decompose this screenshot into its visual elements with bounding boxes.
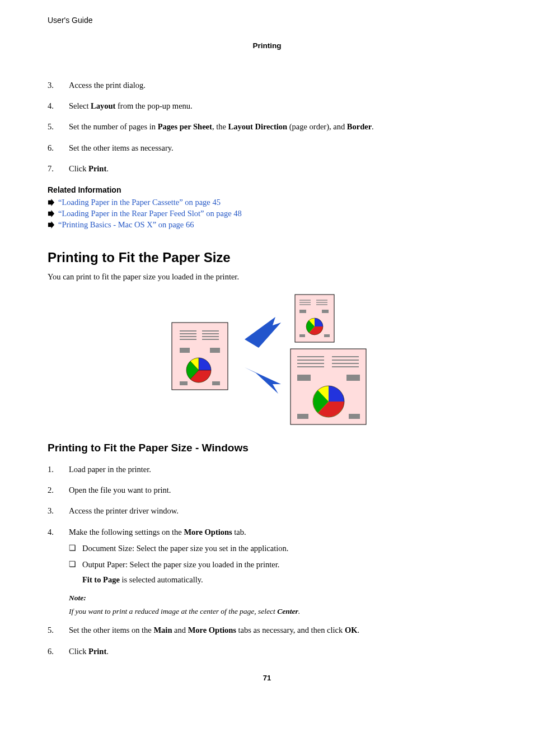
related-link-item: “Printing Basics - Mac OS X” on page 66 xyxy=(48,220,486,230)
step-text: Access the print dialog. xyxy=(69,79,486,92)
bold-italic: Center xyxy=(277,607,298,615)
related-link[interactable]: “Printing Basics - Mac OS X” on page 66 xyxy=(58,220,194,230)
bold: More Options xyxy=(184,528,232,536)
sub-indent-text: Fit to Page is selected automatically. xyxy=(82,573,486,586)
bold: OK xyxy=(345,626,358,634)
text: Click xyxy=(69,164,88,173)
svg-rect-13 xyxy=(210,348,220,353)
step-text: Set the other items as necessary. xyxy=(69,142,486,155)
bold: Print xyxy=(88,647,106,656)
bullet-icon: ❏ xyxy=(69,558,82,571)
bold: Main xyxy=(153,626,172,634)
svg-rect-20 xyxy=(180,381,188,385)
list-item: 5. Set the other items on the Main and M… xyxy=(48,624,486,637)
related-link-item: “Loading Paper in the Rear Paper Feed Sl… xyxy=(48,209,486,218)
bold: Fit to Page xyxy=(82,575,120,584)
page-number: 71 xyxy=(48,674,486,682)
intro-text: You can print to fit the paper size you … xyxy=(48,272,486,282)
svg-rect-12 xyxy=(180,348,190,353)
step-number: 7. xyxy=(48,162,69,175)
svg-rect-31 xyxy=(299,310,306,313)
related-link[interactable]: “Loading Paper in the Paper Cassette” on… xyxy=(58,198,221,207)
step-body: Make the following settings on the More … xyxy=(69,526,486,621)
list-item: 1. Load paper in the printer. xyxy=(48,463,486,476)
related-link[interactable]: “Loading Paper in the Rear Paper Feed Sl… xyxy=(58,209,242,218)
page: User's Guide Printing 3. Access the prin… xyxy=(0,0,534,699)
list-item: 3. Access the print dialog. xyxy=(48,79,486,92)
step-text: Set the other items on the Main and More… xyxy=(69,624,486,637)
doc-title: User's Guide xyxy=(48,16,486,25)
step-text: Make the following settings on the More … xyxy=(69,526,486,539)
bold: Layout Direction xyxy=(228,122,287,131)
step-text: Load paper in the printer. xyxy=(69,463,486,476)
related-heading: Related Information xyxy=(48,185,486,194)
h3: Printing to Fit the Paper Size - Windows xyxy=(48,442,486,454)
svg-marker-0 xyxy=(48,199,54,206)
list-item: 5. Set the number of pages in Pages per … xyxy=(48,120,486,133)
svg-rect-32 xyxy=(322,310,329,313)
svg-rect-36 xyxy=(324,334,330,337)
text: tab. xyxy=(232,528,246,536)
bullet-icon: ❏ xyxy=(69,542,82,555)
sub-item: ❏ Output Paper: Select the paper size yo… xyxy=(69,558,486,571)
text: (page order), and xyxy=(287,122,347,131)
list-item: 4. Make the following settings on the Mo… xyxy=(48,526,486,621)
text: If you want to print a reduced image at … xyxy=(69,607,277,615)
bold: Border xyxy=(347,122,372,131)
text: is selected automatically. xyxy=(120,575,203,584)
bold: Print xyxy=(88,164,106,173)
text: . xyxy=(106,647,109,656)
svg-marker-23 xyxy=(245,367,281,394)
sub-item: ❏ Document Size: Select the paper size y… xyxy=(69,542,486,555)
arrow-right-icon xyxy=(48,221,55,228)
text: . xyxy=(357,626,359,634)
svg-rect-35 xyxy=(299,334,305,337)
svg-rect-21 xyxy=(212,381,220,385)
section-header: Printing xyxy=(48,41,486,50)
text: Select xyxy=(69,101,91,110)
text: . xyxy=(372,122,374,131)
arrow-right-icon xyxy=(48,210,55,217)
list-item: 3. Access the printer driver window. xyxy=(48,505,486,517)
svg-rect-46 xyxy=(297,375,311,381)
step-number: 4. xyxy=(48,526,69,621)
illustration xyxy=(48,292,486,426)
list-item: 2. Open the file you want to print. xyxy=(48,484,486,497)
step-number: 6. xyxy=(48,142,69,155)
step-text: Open the file you want to print. xyxy=(69,484,486,497)
step-number: 2. xyxy=(48,484,69,497)
h2: Printing to Fit the Paper Size xyxy=(48,250,486,265)
bold: More Options xyxy=(188,626,236,634)
svg-rect-47 xyxy=(346,375,360,381)
step-text: Access the printer driver window. xyxy=(69,505,486,517)
text: , the xyxy=(212,122,228,131)
text: . xyxy=(106,164,109,173)
step-number: 6. xyxy=(48,645,69,658)
text: Make the following settings on the xyxy=(69,528,184,536)
svg-rect-51 xyxy=(349,414,360,419)
sub-text: Document Size: Select the paper size you… xyxy=(82,542,486,555)
list-item: 7. Click Print. xyxy=(48,162,486,175)
bold: Layout xyxy=(91,101,115,110)
related-link-item: “Loading Paper in the Paper Cassette” on… xyxy=(48,198,486,207)
step-list-2: 1. Load paper in the printer. 2. Open th… xyxy=(48,463,486,658)
arrow-right-icon xyxy=(48,199,55,206)
note: Note: If you want to print a reduced ima… xyxy=(69,592,486,617)
step-text: Set the number of pages in Pages per She… xyxy=(69,120,486,133)
list-item: 4. Select Layout from the pop-up menu. xyxy=(48,100,486,113)
note-text: If you want to print a reduced image at … xyxy=(69,605,486,618)
step-text: Select Layout from the pop-up menu. xyxy=(69,100,486,113)
bold: Pages per Sheet xyxy=(158,122,212,131)
step-number: 1. xyxy=(48,463,69,476)
svg-marker-2 xyxy=(48,221,54,228)
step-number: 5. xyxy=(48,120,69,133)
step-number: 3. xyxy=(48,79,69,92)
text: Click xyxy=(69,647,88,656)
step-number: 3. xyxy=(48,505,69,517)
list-item: 6. Click Print. xyxy=(48,645,486,658)
note-label: Note: xyxy=(69,592,486,604)
svg-rect-50 xyxy=(297,414,308,419)
svg-marker-22 xyxy=(245,317,281,348)
list-item: 6. Set the other items as necessary. xyxy=(48,142,486,155)
step-number: 4. xyxy=(48,100,69,113)
